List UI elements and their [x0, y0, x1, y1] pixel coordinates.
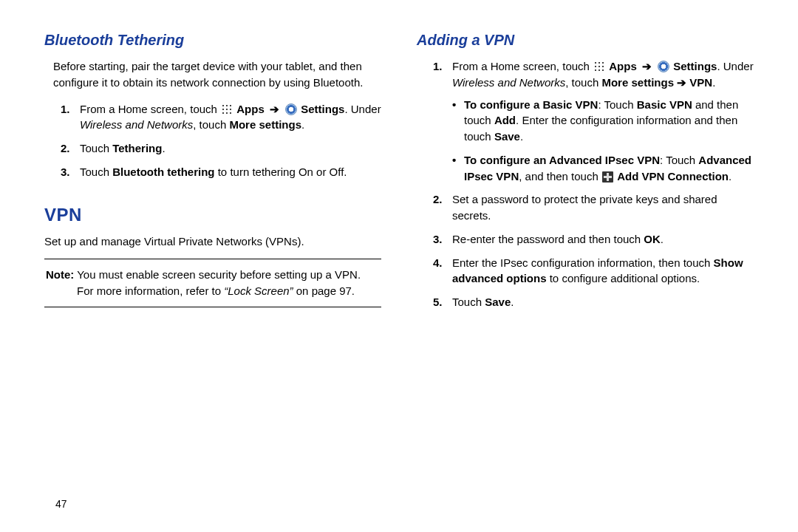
more-settings-vpn-label: More settings ➔ VPN: [601, 76, 712, 89]
text: .: [162, 142, 165, 154]
apps-icon: [593, 61, 605, 72]
apps-icon: [221, 103, 233, 115]
text: . Under: [344, 103, 381, 115]
text: to configure additional options.: [547, 272, 700, 284]
text: .: [712, 76, 715, 89]
arrow-icon: ➔: [265, 103, 284, 115]
heading-vpn: VPN: [44, 202, 381, 228]
more-settings-label: More settings: [229, 118, 301, 131]
save-label: Save: [494, 130, 520, 143]
left-column: Bluetooth Tethering Before starting, pai…: [44, 30, 381, 318]
text: .: [511, 296, 514, 308]
right-column: Adding a VPN 1. From a Home screen, touc…: [417, 30, 754, 318]
addvpn-step-4: 4. Enter the IPsec configuration informa…: [433, 255, 754, 287]
bt-steps-list: 1. From a Home screen, touch Apps ➔ Sett…: [61, 101, 381, 180]
bt-step-3: 3. Touch Bluetooth tethering to turn tet…: [61, 164, 381, 180]
addvpn-step-2: 2. Set a password to protect the private…: [433, 191, 754, 224]
bluetooth-tethering-label: Bluetooth tethering: [112, 166, 214, 178]
step-number: 2.: [61, 140, 70, 157]
text: From a Home screen, touch: [452, 60, 593, 72]
wireless-networks-label: Wireless and Networks: [80, 118, 193, 131]
basic-vpn-config-label: To configure a Basic VPN: [464, 98, 598, 111]
text: Re-enter the password and then touch: [452, 233, 644, 245]
text: Enter the IPsec configuration informatio…: [452, 256, 714, 269]
bt-intro-text: Before starting, pair the target device …: [53, 58, 381, 91]
step-number: 3.: [433, 231, 443, 248]
vpn-config-bullets: To configure a Basic VPN: Touch Basic VP…: [452, 97, 754, 185]
apps-label: Apps: [236, 103, 265, 115]
tethering-label: Tethering: [112, 142, 162, 154]
apps-label: Apps: [609, 60, 637, 72]
settings-icon: [285, 103, 297, 115]
text: .: [520, 130, 523, 143]
wireless-networks-label: Wireless and Networks: [452, 76, 565, 89]
addvpn-step-1: 1. From a Home screen, touch Apps ➔ Sett…: [433, 58, 754, 184]
bt-step-1: 1. From a Home screen, touch Apps ➔ Sett…: [61, 101, 381, 134]
text: , touch: [565, 76, 601, 89]
bt-step-2: 2. Touch Tethering.: [61, 140, 381, 157]
page-number: 47: [55, 497, 67, 511]
settings-icon: [658, 61, 669, 72]
step-number: 2.: [433, 191, 443, 208]
plus-icon: [602, 171, 613, 183]
addvpn-step-5: 5. Touch Save.: [433, 294, 754, 310]
text: Touch: [80, 166, 112, 178]
arrow-icon: ➔: [637, 60, 657, 72]
text: , touch: [193, 118, 229, 131]
page-columns: Bluetooth Tethering Before starting, pai…: [44, 30, 754, 318]
addvpn-step-3: 3. Re-enter the password and then touch …: [433, 231, 754, 248]
note-box: Note: You must enable screen security be…: [44, 259, 381, 307]
step-number: 1.: [61, 101, 70, 117]
text: . Under: [717, 60, 753, 72]
text: Touch: [80, 142, 112, 154]
text: : Touch: [660, 154, 698, 166]
text: Set a password to protect the private ke…: [452, 193, 717, 222]
bullet-basic-vpn: To configure a Basic VPN: Touch Basic VP…: [452, 97, 754, 145]
settings-label: Settings: [673, 60, 717, 72]
text: Touch: [452, 296, 485, 308]
text: , and then touch: [519, 170, 601, 183]
step-number: 1.: [433, 58, 443, 75]
save-label: Save: [485, 296, 511, 308]
basic-vpn-label: Basic VPN: [637, 98, 692, 111]
text: .: [729, 170, 732, 183]
text: to turn tethering On or Off.: [215, 166, 347, 178]
text: on page 97.: [293, 284, 355, 297]
settings-label: Settings: [301, 103, 344, 115]
text: From a Home screen, touch: [80, 103, 220, 115]
text: : Touch: [598, 98, 636, 111]
advanced-vpn-config-label: To configure an Advanced IPsec VPN: [464, 154, 660, 166]
step-number: 3.: [61, 164, 70, 180]
add-vpn-connection-label: Add VPN Connection: [617, 170, 729, 183]
text: .: [301, 118, 304, 131]
heading-adding-vpn: Adding a VPN: [417, 30, 754, 51]
note-text: Note: You must enable screen security be…: [46, 267, 380, 299]
note-label: Note:: [46, 268, 74, 281]
add-label: Add: [494, 114, 516, 126]
vpn-intro-text: Set up and manage Virtual Private Networ…: [44, 233, 381, 250]
step-number: 5.: [433, 294, 443, 310]
heading-bluetooth-tethering: Bluetooth Tethering: [44, 30, 381, 51]
addvpn-steps-list: 1. From a Home screen, touch Apps ➔ Sett…: [433, 58, 754, 310]
lock-screen-ref: “Lock Screen”: [224, 284, 293, 297]
text: .: [661, 233, 664, 245]
ok-label: OK: [644, 233, 661, 245]
bullet-advanced-vpn: To configure an Advanced IPsec VPN: Touc…: [452, 152, 754, 185]
step-number: 4.: [433, 255, 443, 271]
